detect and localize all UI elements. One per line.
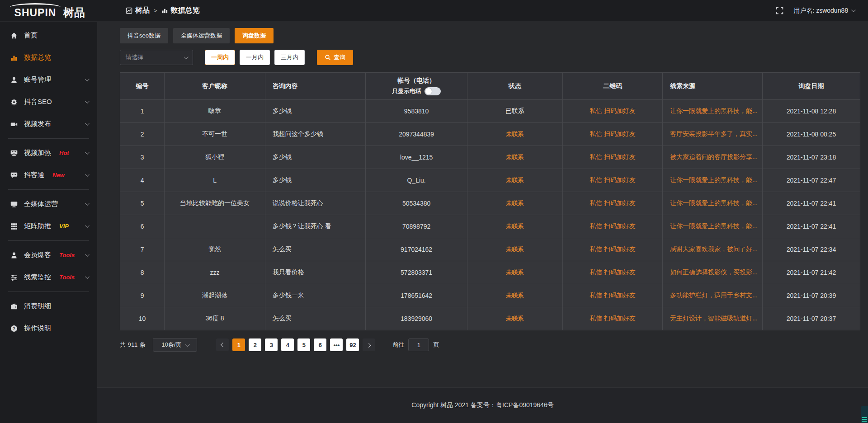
tab-douyin-seo-data[interactable]: 抖音seo数据 (120, 28, 168, 43)
sidebar-item-home[interactable]: 首页 (0, 24, 97, 47)
sidebar-item-video-publish[interactable]: 视频发布 (0, 113, 97, 135)
sidebar-divider (8, 189, 89, 190)
page-button-2[interactable]: 2 (249, 338, 261, 351)
page-button-92[interactable]: 92 (346, 338, 359, 351)
col-nickname: 客户昵称 (165, 73, 265, 100)
col-date: 询盘日期 (762, 73, 860, 100)
user-label: 用户名: zswodun88 (793, 7, 848, 15)
sidebar-divider (8, 138, 89, 139)
chevron-down-icon (85, 99, 90, 103)
chevron-down-icon (85, 150, 90, 155)
sidebar-item-help[interactable]: ? 操作说明 (0, 317, 97, 339)
sidebar-item-account[interactable]: 账号管理 (0, 69, 97, 91)
next-page-button[interactable] (363, 338, 375, 351)
bar-chart-icon (161, 7, 168, 14)
fullscreen-icon[interactable] (776, 7, 783, 14)
page-button-3[interactable]: 3 (265, 338, 278, 351)
sidebar-item-douyin-seo[interactable]: 抖音SEO (0, 91, 97, 113)
monitor-icon (10, 201, 18, 208)
data-tabs: 抖音seo数据 全媒体运营数据 询盘数据 (120, 28, 860, 43)
app-logo: SHUPIN 树品 (0, 3, 97, 18)
page-button-1[interactable]: 1 (232, 338, 245, 351)
page-ellipsis-button[interactable]: ••• (330, 338, 343, 351)
table-row: 6 多少钱？让我死心 看 70898792 未联系 私信 扫码加好友 让你一眼就… (120, 215, 860, 238)
table-row: 1 啵章 多少钱 9583810 已联系 私信 扫码加好友 让你一眼就爱上的黑科… (120, 100, 860, 123)
chevron-down-icon (185, 342, 190, 347)
source-link[interactable]: 让你一眼就爱上的黑科技，能... (662, 169, 762, 192)
sidebar-item-member-burst[interactable]: 会员爆客 Tools (0, 244, 97, 266)
qrcode-link[interactable]: 私信 扫码加好友 (590, 268, 636, 276)
table-row: 10 36度 8 怎么买 183929060 未联系 私信 扫码加好友 无主灯设… (120, 307, 860, 330)
qrcode-link[interactable]: 私信 扫码加好友 (590, 291, 636, 299)
source-link[interactable]: 被大家追着问的客厅投影分享... (662, 146, 762, 169)
sidebar-item-video-heat[interactable]: 视频加热 Hot (0, 142, 97, 164)
new-badge: New (52, 172, 65, 179)
status-text: 未联系 (506, 154, 524, 160)
col-id: 编号 (120, 73, 165, 100)
account-select[interactable]: 请选择 (120, 50, 193, 65)
source-link[interactable]: 多功能护栏灯，适用于乡村文... (662, 284, 762, 307)
qrcode-link[interactable]: 私信 扫码加好友 (590, 222, 636, 230)
status-text: 未联系 (506, 131, 524, 137)
source-link[interactable]: 如何正确选择投影仪，买投影... (662, 261, 762, 284)
chevron-down-icon (85, 223, 90, 228)
col-qrcode: 二维码 (562, 73, 662, 100)
chevron-down-icon (851, 8, 856, 12)
copyright-text: Copyright 树品 2021 备案号：粤ICP备09019646号 (411, 401, 553, 409)
source-link[interactable]: 客厅安装投影半年多了，真实... (662, 123, 762, 146)
source-link[interactable]: 感谢大家喜欢我家，被问了好... (662, 238, 762, 261)
status-text: 未联系 (506, 177, 524, 183)
range-month-button[interactable]: 一月内 (240, 50, 270, 65)
sliders-icon (10, 274, 18, 281)
user-menu[interactable]: 用户名: zswodun88 (793, 7, 854, 15)
sidebar-item-lead-monitor[interactable]: 线索监控 Tools (0, 266, 97, 288)
qrcode-link[interactable]: 私信 扫码加好友 (590, 107, 636, 114)
chat-widget[interactable] (861, 406, 868, 423)
sidebar-item-matrix-boost[interactable]: 矩阵助推 VIP (0, 215, 97, 237)
logo-text-cn: 树品 (63, 7, 85, 18)
qrcode-link[interactable]: 私信 扫码加好友 (590, 315, 636, 322)
page-size-select[interactable]: 10条/页 (153, 338, 197, 352)
prev-page-button[interactable] (216, 338, 229, 351)
footer: Copyright 树品 2021 备案号：粤ICP备09019646号 (97, 387, 868, 423)
source-link[interactable]: 无主灯设计，智能磁吸轨道灯... (662, 307, 762, 330)
goto-suffix: 页 (433, 341, 439, 349)
source-link[interactable]: 让你一眼就爱上的黑科技，能... (662, 215, 762, 238)
sidebar-item-spend-detail[interactable]: 消费明细 (0, 295, 97, 317)
query-button[interactable]: 查询 (317, 50, 353, 65)
status-text: 未联系 (506, 315, 524, 322)
status-text: 未联系 (506, 200, 524, 207)
qrcode-link[interactable]: 私信 扫码加好友 (590, 176, 636, 183)
source-link[interactable]: 让你一眼就爱上的黑科技，能... (662, 100, 762, 123)
grid-icon (10, 223, 18, 230)
table-row: 4 L 多少钱 Q_Liu. 未联系 私信 扫码加好友 让你一眼就爱上的黑科技，… (120, 169, 860, 192)
chevron-down-icon (85, 274, 90, 279)
tab-inquiry-data[interactable]: 询盘数据 (235, 28, 274, 43)
page-button-6[interactable]: 6 (314, 338, 326, 351)
qrcode-link[interactable]: 私信 扫码加好友 (590, 130, 636, 137)
goto-page-input[interactable] (408, 338, 429, 351)
sidebar-item-omni-media[interactable]: 全媒体运营 (0, 193, 97, 215)
qrcode-link[interactable]: 私信 扫码加好友 (590, 153, 636, 160)
page-button-5[interactable]: 5 (297, 338, 310, 351)
phone-only-toggle[interactable] (425, 87, 441, 95)
qrcode-link[interactable]: 私信 扫码加好友 (590, 245, 636, 253)
table-row: 5 当地比较能吃的一位美女 说说价格让我死心 50534380 未联系 私信 扫… (120, 192, 860, 215)
svg-text:?: ? (13, 326, 15, 331)
page-button-4[interactable]: 4 (281, 338, 294, 351)
source-link[interactable]: 让你一眼就爱上的黑科技，能... (662, 192, 762, 215)
qrcode-link[interactable]: 私信 扫码加好友 (590, 199, 636, 207)
sidebar-divider (8, 291, 89, 292)
range-week-button[interactable]: 一周内 (205, 50, 235, 65)
breadcrumb-item-home[interactable]: 树品 (126, 6, 150, 15)
inquiry-table: 编号 客户昵称 咨询内容 帐号（电话） 只显示电话 (120, 72, 860, 330)
range-quarter-button[interactable]: 三月内 (274, 50, 305, 65)
sidebar-item-data-overview[interactable]: 数据总览 (0, 47, 97, 69)
chevron-down-icon (85, 252, 90, 257)
tab-omni-media-data[interactable]: 全媒体运营数据 (173, 28, 230, 43)
table-row: 8 zzz 我只看价格 572803371 未联系 私信 扫码加好友 如何正确选… (120, 261, 860, 284)
chevron-down-icon (85, 201, 90, 206)
filter-bar: 请选择 一周内 一月内 三月内 查询 (120, 50, 860, 65)
sidebar-item-doukettong[interactable]: 抖客通 New (0, 164, 97, 186)
breadcrumb-item-current[interactable]: 数据总览 (161, 6, 200, 15)
